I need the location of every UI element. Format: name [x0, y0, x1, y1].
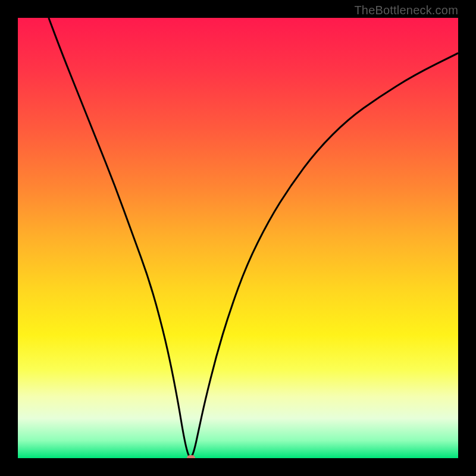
- watermark-text: TheBottleneck.com: [354, 4, 458, 17]
- curve-path: [49, 18, 458, 458]
- chart-frame: TheBottleneck.com: [0, 0, 476, 476]
- bottleneck-curve: [18, 18, 458, 458]
- optimal-point-marker: [187, 455, 195, 458]
- plot-area: [18, 18, 458, 458]
